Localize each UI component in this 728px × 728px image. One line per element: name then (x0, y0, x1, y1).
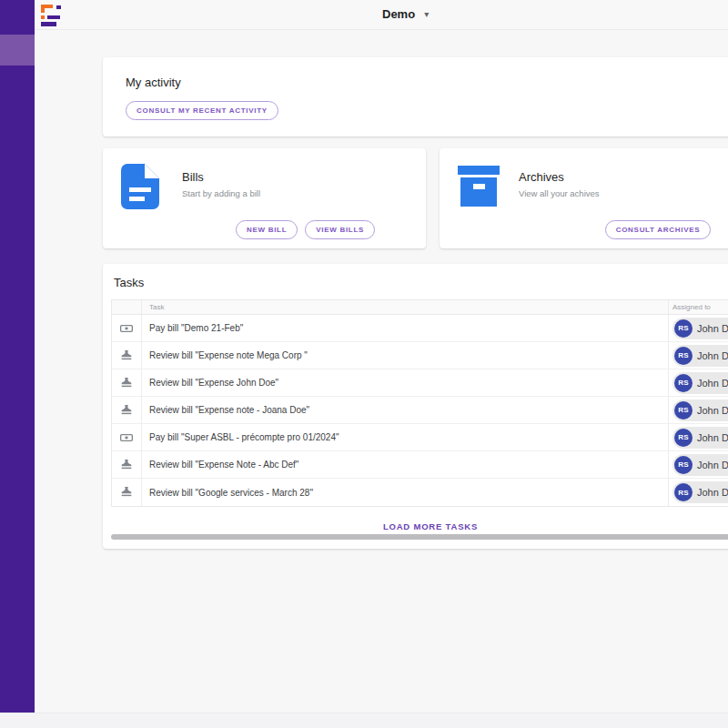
assignee-name: John Doe (697, 323, 728, 334)
avatar: RS (674, 429, 693, 447)
task-label: Review bill "Expense John Doe" (142, 378, 668, 388)
new-bill-button[interactable]: NEW BILL (236, 220, 298, 239)
bills-card: Bills Start by adding a bill NEW BILL VI… (103, 148, 426, 248)
chevron-down-icon: ▾ (424, 9, 429, 19)
load-more-tasks-button[interactable]: LOAD MORE TASKS (376, 518, 485, 535)
header-task-column: Task (142, 303, 668, 311)
assignee-chip[interactable]: RS John Doe (672, 481, 728, 503)
avatar: RS (674, 374, 693, 392)
assignee-chip[interactable]: RS John Doe (672, 318, 728, 339)
assignee-name: John Doe (697, 432, 728, 443)
bills-title: Bills (182, 170, 260, 184)
avatar: RS (674, 483, 693, 501)
workspace-name: Demo (382, 7, 415, 21)
assignee-name: John Doe (697, 405, 728, 416)
task-label: Review bill "Google services - March 28" (142, 488, 668, 498)
document-icon (121, 164, 159, 209)
stamp-icon (119, 458, 134, 472)
task-label: Review bill "Expense note Mega Corp " (142, 350, 668, 360)
stamp-icon (119, 485, 134, 500)
table-row[interactable]: Pay bill "Demo 21-Feb" RS John Doe (112, 315, 728, 342)
my-activity-title: My activity (126, 76, 728, 89)
tasks-table-header: Task Assigned to (112, 300, 728, 315)
stamp-icon (119, 403, 134, 418)
task-label: Pay bill "Demo 21-Feb" (142, 323, 668, 333)
assignee-name: John Doe (697, 487, 728, 498)
task-label: Review bill "Expense note - Joana Doe" (142, 405, 668, 415)
tasks-table: Task Assigned to Pay bill "Demo 21-Feb" … (111, 299, 728, 507)
tasks-title: Tasks (114, 276, 728, 289)
assignee-chip[interactable]: RS John Doe (672, 454, 728, 476)
consult-archives-button[interactable]: CONSULT ARCHIVES (605, 220, 712, 239)
avatar: RS (674, 456, 693, 474)
table-row[interactable]: Review bill "Expense note Mega Corp " RS… (112, 342, 728, 369)
workspace-selector[interactable]: Demo ▾ (382, 7, 429, 21)
tasks-card: Tasks Task Assigned to Pay bill "Demo 21… (103, 264, 728, 549)
horizontal-scrollbar-thumb[interactable] (111, 534, 728, 540)
avatar: RS (674, 347, 693, 365)
sidebar-item-active[interactable] (0, 35, 35, 66)
sidebar (0, 0, 35, 713)
table-row[interactable]: Review bill "Expense Note - Abc Def" RS … (112, 451, 728, 479)
task-label: Review bill "Expense Note - Abc Def" (142, 460, 668, 470)
stamp-icon (119, 376, 134, 390)
archives-card: Archives View all your achives CONSULT A… (440, 148, 728, 248)
banknote-icon (119, 430, 134, 445)
archive-box-icon (458, 164, 496, 209)
top-bar: Demo ▾ (0, 0, 728, 30)
my-activity-card: My activity CONSULT MY RECENT ACTIVITY (103, 57, 728, 136)
assignee-chip[interactable]: RS John Doe (672, 345, 728, 367)
avatar: RS (674, 401, 693, 420)
table-row[interactable]: Review bill "Expense John Doe" RS John D… (112, 369, 728, 397)
header-icon-column (112, 300, 142, 314)
assignee-name: John Doe (697, 378, 728, 389)
task-label: Pay bill "Super ASBL - précompte pro 01/… (142, 432, 668, 442)
table-row[interactable]: Pay bill "Super ASBL - précompte pro 01/… (112, 424, 728, 451)
bills-subtitle: Start by adding a bill (182, 188, 260, 198)
archives-title: Archives (519, 170, 600, 184)
assignee-chip[interactable]: RS John Doe (672, 427, 728, 449)
header-assigned-column: Assigned to (668, 300, 728, 314)
table-row[interactable]: Review bill "Expense note - Joana Doe" R… (112, 397, 728, 424)
horizontal-scrollbar[interactable] (111, 534, 728, 540)
assignee-name: John Doe (697, 460, 728, 470)
app-logo-icon[interactable] (41, 5, 65, 26)
consult-recent-activity-button[interactable]: CONSULT MY RECENT ACTIVITY (126, 101, 278, 120)
bottom-strip (0, 713, 728, 728)
assignee-name: John Doe (697, 350, 728, 361)
archives-subtitle: View all your achives (519, 188, 600, 198)
assignee-chip[interactable]: RS John Doe (672, 372, 728, 394)
view-bills-button[interactable]: VIEW BILLS (305, 220, 375, 239)
table-row[interactable]: Review bill "Google services - March 28"… (112, 479, 728, 506)
stamp-icon (119, 349, 134, 363)
task-table-body: Pay bill "Demo 21-Feb" RS John Doe Revie… (112, 315, 728, 506)
assignee-chip[interactable]: RS John Doe (672, 399, 728, 421)
banknote-icon (119, 321, 134, 336)
avatar: RS (674, 319, 693, 338)
